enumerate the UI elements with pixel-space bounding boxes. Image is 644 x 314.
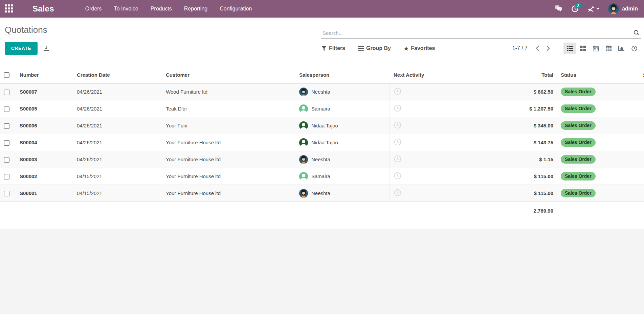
- menu-products[interactable]: Products: [151, 6, 172, 12]
- page-title: Quotations: [5, 25, 47, 35]
- optional-columns-icon[interactable]: ⋮: [637, 67, 644, 83]
- column-header-status[interactable]: Status: [557, 67, 637, 83]
- activities-icon[interactable]: 2: [571, 5, 579, 13]
- salesperson-avatar: [299, 155, 308, 164]
- next-activity-clock-icon[interactable]: [394, 155, 401, 163]
- column-header-salesperson[interactable]: Salesperson: [295, 67, 390, 83]
- total-amount: $ 143.75: [442, 134, 557, 151]
- messages-icon[interactable]: [554, 5, 562, 13]
- table-row[interactable]: S0000204/15/2021Your Furniture House ltd…: [0, 168, 644, 185]
- menu-configuration[interactable]: Configuration: [220, 6, 252, 12]
- group-by-label: Group By: [366, 45, 391, 51]
- group-by-button[interactable]: Group By: [358, 45, 391, 51]
- pager: 1-7 / 7: [512, 43, 641, 54]
- select-all-checkbox[interactable]: [4, 72, 9, 78]
- table-row[interactable]: S0000504/26/2021Teak D'orSamaira$ 1,207.…: [0, 100, 644, 117]
- tools-menu-icon[interactable]: [587, 5, 599, 13]
- status-badge: Sales Order: [561, 155, 596, 164]
- graph-view-icon[interactable]: [615, 43, 628, 54]
- control-panel-top: Quotations: [0, 18, 644, 39]
- create-button[interactable]: CREATE: [5, 42, 38, 55]
- column-header-activity[interactable]: Next Activity: [390, 67, 442, 83]
- status-badge: Sales Order: [561, 121, 596, 130]
- search-input[interactable]: [323, 30, 633, 36]
- activity-count-badge: 2: [575, 3, 581, 8]
- status-badge: Sales Order: [561, 138, 596, 147]
- menu-to-invoice[interactable]: To Invoice: [114, 6, 138, 12]
- search-icon[interactable]: [633, 29, 640, 36]
- main-menu: Orders To Invoice Products Reporting Con…: [85, 6, 252, 12]
- table-row[interactable]: S0000304/26/2021Your Furniture House ltd…: [0, 151, 644, 168]
- search-box: [321, 27, 641, 39]
- user-menu[interactable]: admin: [608, 3, 638, 14]
- quotation-number: S00002: [16, 168, 73, 185]
- star-icon: ★: [404, 45, 408, 52]
- top-navbar: Sales Orders To Invoice Products Reporti…: [0, 0, 644, 18]
- kanban-view-icon[interactable]: [576, 43, 589, 54]
- column-header-date[interactable]: Creation Date: [73, 67, 162, 83]
- pager-next-icon[interactable]: [545, 45, 551, 52]
- salesperson-avatar: [299, 189, 308, 198]
- salesperson-name: Nidaa Tajoo: [311, 140, 338, 145]
- salesperson-avatar: [299, 121, 308, 130]
- table-row[interactable]: S0000604/26/2021Your FuniNidaa Tajoo$ 34…: [0, 117, 644, 134]
- salesperson-name: Samaira: [311, 173, 330, 179]
- filters-button[interactable]: Filters: [321, 45, 345, 51]
- app-brand[interactable]: Sales: [32, 4, 54, 14]
- customer-name: Your Furniture House ltd: [162, 134, 295, 151]
- column-header-total[interactable]: Total: [442, 67, 557, 83]
- group-by-icon: [358, 46, 364, 51]
- salesperson-name: Samaira: [311, 106, 330, 112]
- filters-label: Filters: [329, 45, 345, 51]
- favorites-button[interactable]: ★ Favorites: [404, 45, 435, 52]
- next-activity-clock-icon[interactable]: [394, 121, 401, 129]
- salesperson-avatar: [299, 88, 308, 96]
- next-activity-clock-icon[interactable]: [394, 104, 401, 112]
- row-checkbox[interactable]: [4, 157, 9, 163]
- next-activity-clock-icon[interactable]: [394, 172, 401, 179]
- calendar-view-icon[interactable]: [589, 43, 602, 54]
- next-activity-clock-icon[interactable]: [394, 189, 401, 196]
- row-checkbox[interactable]: [4, 106, 9, 112]
- next-activity-clock-icon[interactable]: [394, 138, 401, 146]
- row-checkbox[interactable]: [4, 123, 9, 129]
- customer-name: Wood Furniture ltd: [162, 83, 295, 100]
- creation-date: 04/26/2021: [73, 83, 162, 100]
- creation-date: 04/26/2021: [73, 151, 162, 168]
- row-checkbox[interactable]: [4, 174, 9, 179]
- next-activity-clock-icon[interactable]: [394, 88, 401, 95]
- menu-reporting[interactable]: Reporting: [184, 6, 207, 12]
- export-icon[interactable]: [43, 45, 49, 52]
- table-header-row: Number Creation Date Customer Salesperso…: [0, 67, 644, 83]
- activity-view-icon[interactable]: [628, 43, 641, 54]
- list-view-icon[interactable]: [563, 43, 576, 54]
- pager-previous-icon[interactable]: [534, 45, 540, 52]
- row-checkbox[interactable]: [4, 191, 9, 196]
- table-row[interactable]: S0000404/26/2021Your Furniture House ltd…: [0, 134, 644, 151]
- pivot-view-icon[interactable]: [602, 43, 615, 54]
- salesperson-avatar: [299, 104, 308, 113]
- creation-date: 04/15/2021: [73, 168, 162, 185]
- search-options: Filters Group By ★ Favorites: [321, 45, 435, 52]
- favorites-label: Favorites: [411, 45, 435, 51]
- menu-orders[interactable]: Orders: [85, 6, 102, 12]
- caret-down-icon: [597, 8, 599, 10]
- control-panel-bottom: CREATE Filters Group By ★ Favorites 1-7 …: [0, 39, 644, 58]
- table-row[interactable]: S0000704/26/2021Wood Furniture ltdNeesht…: [0, 83, 644, 100]
- column-header-customer[interactable]: Customer: [162, 67, 295, 83]
- filter-funnel-icon: [321, 46, 327, 51]
- apps-menu-icon[interactable]: [5, 4, 14, 13]
- creation-date: 04/26/2021: [73, 134, 162, 151]
- view-switcher: [563, 43, 641, 54]
- salesperson-name: Neeshta: [311, 190, 330, 196]
- total-sum: 2,789.90: [442, 202, 557, 220]
- creation-date: 04/26/2021: [73, 117, 162, 134]
- column-header-number[interactable]: Number: [16, 67, 73, 83]
- user-name: admin: [622, 6, 638, 12]
- row-checkbox[interactable]: [4, 90, 9, 95]
- quotation-rows: S0000704/26/2021Wood Furniture ltdNeesht…: [0, 83, 644, 202]
- row-checkbox[interactable]: [4, 140, 9, 146]
- salesperson-avatar: [299, 172, 308, 181]
- quotation-number: S00003: [16, 151, 73, 168]
- table-row[interactable]: S0000104/15/2021Your Furniture House ltd…: [0, 185, 644, 202]
